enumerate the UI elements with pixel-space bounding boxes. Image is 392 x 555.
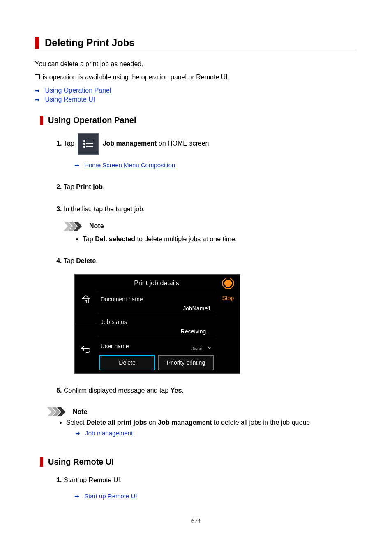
intro-paragraph-1: You can delete a print job as needed. <box>35 60 357 68</box>
note-label: Note <box>89 221 104 231</box>
svg-rect-10 <box>85 300 87 303</box>
note-chevron-icon <box>64 222 87 231</box>
panel-doc-label: Document name <box>101 295 212 304</box>
step-2-prefix: Tap <box>64 183 76 190</box>
note3-suffix: to delete multiple jobs at one time. <box>135 236 237 243</box>
link-job-management[interactable]: Job management <box>85 430 133 437</box>
panel-doc-value: JobName1 <box>101 304 212 313</box>
page-title: Deleting Print Jobs <box>45 37 357 49</box>
panel-title: Print job details <box>97 275 217 292</box>
step-4-suffix: . <box>96 257 97 264</box>
step-2-bold: Print job <box>76 183 103 190</box>
bn-mid: on <box>147 419 158 426</box>
svg-marker-12 <box>224 280 232 287</box>
remote-step-1: Start up Remote UI. Start up Remote UI <box>64 475 357 501</box>
step-4-prefix: Tap <box>64 257 76 264</box>
step-5-prefix: Confirm displayed message and tap <box>64 387 171 394</box>
step-2-suffix: . <box>103 183 104 190</box>
step-5: Confirm displayed message and tap Yes. <box>64 385 357 396</box>
panel-stop-label: Stop <box>222 294 234 303</box>
step-1: Tap Job management on HOME screen. Home … <box>64 133 357 170</box>
note3-prefix: Tap <box>83 236 95 243</box>
panel-delete-button[interactable]: Delete <box>99 355 155 370</box>
panel-home-icon[interactable] <box>75 275 97 324</box>
svg-point-4 <box>84 146 85 148</box>
step-2: Tap Print job. <box>64 182 357 192</box>
section-heading-operation-panel: Using Operation Panel <box>48 116 357 125</box>
panel-status-label: Job status <box>101 317 212 326</box>
panel-status-row[interactable]: Job status Receiving... <box>97 314 217 338</box>
link-using-operation-panel[interactable]: Using Operation Panel <box>45 87 111 94</box>
bn-prefix: Select <box>66 419 86 426</box>
link-home-screen-menu[interactable]: Home Screen Menu Composition <box>84 162 175 169</box>
printer-panel-screenshot: Print job details Document name JobName1… <box>74 274 240 374</box>
note-chevron-icon <box>47 407 70 416</box>
note3-bold: Del. selected <box>95 236 135 243</box>
panel-status-value: Receiving... <box>101 327 212 336</box>
panel-user-row[interactable]: User name Owner ⌄ <box>97 338 217 353</box>
step-1-bold: Job management <box>103 140 157 147</box>
step-5-bold: Yes <box>171 387 182 394</box>
svg-point-2 <box>84 143 85 145</box>
link-start-remote-ui[interactable]: Start up Remote UI <box>84 493 137 500</box>
step-4: Tap Delete. <box>64 256 357 374</box>
title-divider <box>35 51 357 51</box>
intro-paragraph-2: This operation is available using the op… <box>35 74 357 81</box>
step-4-bold: Delete <box>76 257 96 264</box>
panel-priority-button[interactable]: Priority printing <box>158 355 214 370</box>
svg-rect-9 <box>83 298 89 303</box>
remote-step-1-text: Start up Remote UI. <box>64 476 122 483</box>
step-1-suffix: on HOME screen. <box>157 140 211 147</box>
panel-user-label: User name <box>101 342 191 351</box>
step-5-suffix: . <box>182 387 183 394</box>
section-heading-remote-ui: Using Remote UI <box>48 457 357 467</box>
bn-bold2: Job management <box>158 419 212 426</box>
step-1-prefix: Tap <box>64 140 76 147</box>
bn-bold1: Delete all print jobs <box>86 419 147 426</box>
job-management-icon <box>78 133 99 155</box>
panel-back-icon[interactable] <box>75 324 97 373</box>
step-3: In the list, tap the target job. Note Ta… <box>64 204 357 245</box>
note-label-bottom: Note <box>73 408 88 416</box>
note-item-del-selected: Tap Del. selected to delete multiple job… <box>83 234 357 245</box>
step-3-text: In the list, tap the target job. <box>64 206 145 213</box>
chevron-down-icon: ⌄ <box>206 340 212 352</box>
link-using-remote-ui[interactable]: Using Remote UI <box>45 96 95 103</box>
page-number: 674 <box>35 518 357 525</box>
panel-stop-button[interactable]: Stop <box>222 277 234 303</box>
panel-owner-value: Owner <box>191 345 204 353</box>
svg-point-0 <box>84 141 85 142</box>
note-item-delete-all: Select Delete all print jobs on Job mana… <box>66 419 357 437</box>
bn-suffix: to delete all jobs in the job queue <box>212 419 310 426</box>
panel-document-row[interactable]: Document name JobName1 <box>97 292 217 315</box>
